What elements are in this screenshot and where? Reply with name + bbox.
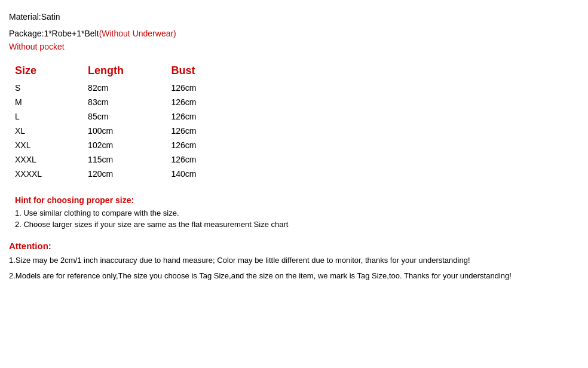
- attention-section: Attention: 1.Size may be 2cm/1 inch inac…: [9, 241, 579, 281]
- hint-item: 1. Use similar clothing to compare with …: [15, 208, 579, 217]
- table-row: S82cm126cm: [15, 81, 242, 95]
- table-cell: XXXL: [15, 152, 88, 167]
- table-cell: L: [15, 109, 88, 124]
- table-cell: S: [15, 81, 88, 95]
- table-cell: 126cm: [171, 109, 242, 124]
- package-label: Package:: [9, 29, 44, 38]
- table-row: L85cm126cm: [15, 109, 242, 124]
- table-row: XL100cm126cm: [15, 124, 242, 138]
- material-line: Material:Satin: [9, 12, 579, 22]
- table-cell: XXL: [15, 138, 88, 152]
- table-cell: 82cm: [88, 81, 171, 95]
- attention-item: 2.Models are for reference only,The size…: [9, 270, 579, 282]
- table-row: XXXXL120cm140cm: [15, 167, 242, 181]
- table-row: XXL102cm126cm: [15, 138, 242, 152]
- table-cell: 126cm: [171, 81, 242, 95]
- table-cell: 120cm: [88, 167, 171, 181]
- length-col-header: Length: [88, 62, 171, 81]
- table-cell: 126cm: [171, 124, 242, 138]
- attention-item: 1.Size may be 2cm/1 inch inaccuracy due …: [9, 254, 579, 266]
- table-row: XXXL115cm126cm: [15, 152, 242, 167]
- table-cell: 126cm: [171, 95, 242, 109]
- table-cell: 85cm: [88, 109, 171, 124]
- table-cell: 115cm: [88, 152, 171, 167]
- package-red: (Without Underwear): [99, 29, 176, 38]
- table-cell: 100cm: [88, 124, 171, 138]
- hint-title: Hint for choosing proper size:: [15, 195, 579, 205]
- table-cell: 126cm: [171, 138, 242, 152]
- package-text: 1*Robe+1*Belt: [44, 29, 99, 38]
- table-cell: 102cm: [88, 138, 171, 152]
- bust-col-header: Bust: [171, 62, 242, 81]
- package-line: Package:1*Robe+1*Belt(Without Underwear): [9, 29, 579, 38]
- table-cell: 126cm: [171, 152, 242, 167]
- material-value: Satin: [41, 12, 60, 22]
- table-row: M83cm126cm: [15, 95, 242, 109]
- table-cell: M: [15, 95, 88, 109]
- size-col-header: Size: [15, 62, 88, 81]
- table-cell: 83cm: [88, 95, 171, 109]
- size-table: Size Length Bust S82cm126cmM83cm126cmL85…: [15, 62, 579, 181]
- table-cell: XL: [15, 124, 88, 138]
- hint-item: 2. Choose larger sizes if your size are …: [15, 220, 579, 229]
- hint-section: Hint for choosing proper size: 1. Use si…: [15, 195, 579, 229]
- table-cell: XXXXL: [15, 167, 88, 181]
- attention-title: Attention:: [9, 241, 579, 251]
- table-cell: 140cm: [171, 167, 242, 181]
- without-pocket: Without pocket: [9, 42, 579, 51]
- material-label: Material:: [9, 12, 41, 22]
